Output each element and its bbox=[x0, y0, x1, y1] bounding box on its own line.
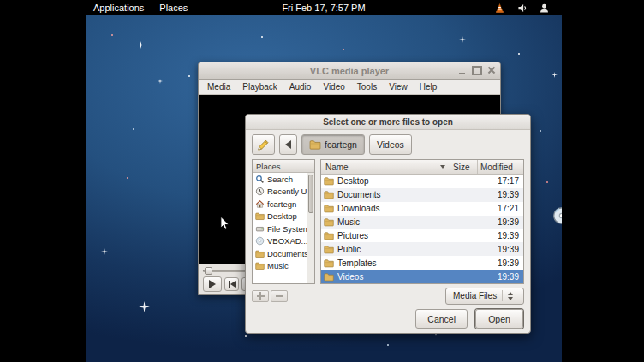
chevron-up-icon bbox=[508, 292, 513, 295]
vlc-menu-tools[interactable]: Tools bbox=[351, 80, 383, 95]
screen: Applications Places Fri Feb 17, 7:57 PM … bbox=[0, 0, 644, 362]
places-item-desktop[interactable]: Desktop bbox=[253, 211, 307, 223]
folder-icon bbox=[324, 217, 334, 227]
path-button-home[interactable]: fcartegn bbox=[301, 134, 365, 155]
disc-icon bbox=[255, 236, 265, 246]
chevron-down-icon bbox=[508, 297, 513, 300]
vlc-menu-audio[interactable]: Audio bbox=[283, 80, 318, 95]
user-icon[interactable] bbox=[539, 3, 550, 14]
file-row-public[interactable]: Public 19:39 bbox=[321, 242, 523, 256]
places-item-music[interactable]: Music bbox=[253, 260, 307, 273]
folder-icon bbox=[255, 249, 265, 258]
type-filename-button[interactable] bbox=[252, 134, 275, 155]
wallpaper-sparkle bbox=[139, 301, 150, 312]
add-bookmark-button[interactable] bbox=[252, 290, 269, 302]
drive-icon bbox=[255, 224, 265, 234]
column-header-modified[interactable]: Modified bbox=[477, 160, 523, 174]
folder-icon bbox=[324, 272, 334, 282]
file-row-templates[interactable]: Templates 19:39 bbox=[321, 256, 523, 270]
column-header-size[interactable]: Size bbox=[450, 160, 477, 174]
vlc-cone-icon[interactable] bbox=[494, 3, 505, 14]
file-row-pictures[interactable]: Pictures 19:39 bbox=[321, 229, 523, 243]
file-name-cell: Documents bbox=[321, 190, 450, 199]
path-button-videos[interactable]: Videos bbox=[369, 134, 412, 155]
file-modified: 19:39 bbox=[477, 245, 523, 254]
file-name: Documents bbox=[337, 190, 381, 199]
wallpaper-sparkle bbox=[137, 41, 145, 49]
places-item-label: File System bbox=[267, 224, 307, 234]
minimize-icon[interactable] bbox=[456, 64, 468, 76]
clock-icon bbox=[255, 187, 265, 196]
places-item-search[interactable]: Search bbox=[253, 173, 307, 186]
open-button[interactable]: Open bbox=[475, 309, 523, 329]
file-list-pane: Name Size Modified Desktop bbox=[320, 159, 524, 284]
remove-bookmark-button[interactable] bbox=[271, 290, 288, 302]
column-header-name[interactable]: Name bbox=[321, 160, 450, 174]
menu-places[interactable]: Places bbox=[152, 0, 195, 15]
file-name: Downloads bbox=[337, 204, 379, 213]
system-tray bbox=[494, 3, 562, 14]
file-row-music[interactable]: Music 19:39 bbox=[321, 216, 523, 229]
file-row-downloads[interactable]: Downloads 17:21 bbox=[321, 202, 523, 216]
vlc-menu-playback[interactable]: Playback bbox=[236, 80, 283, 95]
file-name: Desktop bbox=[337, 176, 369, 186]
cancel-button[interactable]: Cancel bbox=[415, 309, 468, 329]
panel-clock[interactable]: Fri Feb 17, 7:57 PM bbox=[282, 0, 365, 15]
places-item-recent[interactable]: Recently U... bbox=[253, 186, 307, 199]
menu-applications[interactable]: Applications bbox=[86, 0, 152, 15]
window-buttons bbox=[456, 64, 497, 76]
bookmark-actions bbox=[252, 290, 288, 302]
folder-icon bbox=[309, 139, 321, 150]
file-name: Videos bbox=[337, 272, 363, 282]
previous-button[interactable] bbox=[224, 277, 239, 291]
places-item-label: Music bbox=[267, 261, 289, 270]
column-name-label: Name bbox=[325, 163, 349, 172]
places-item-filesystem[interactable]: File System bbox=[253, 223, 307, 235]
places-header[interactable]: Places bbox=[253, 160, 314, 173]
file-name-cell: Downloads bbox=[321, 204, 450, 213]
play-icon bbox=[209, 280, 216, 288]
places-item-label: Documents bbox=[267, 249, 307, 258]
file-modified: 19:39 bbox=[477, 190, 523, 199]
file-row-documents[interactable]: Documents 19:39 bbox=[321, 188, 523, 202]
file-type-filter[interactable]: Media Files bbox=[445, 288, 524, 305]
file-modified: 19:39 bbox=[477, 258, 523, 268]
dialog-title[interactable]: Select one or more files to open bbox=[246, 115, 530, 130]
places-item-label: fcartegn bbox=[267, 199, 296, 209]
vlc-menu-video[interactable]: Video bbox=[317, 80, 350, 95]
vlc-menu-view[interactable]: View bbox=[383, 80, 414, 95]
vlc-titlebar[interactable]: VLC media player bbox=[199, 62, 500, 80]
volume-icon[interactable] bbox=[516, 3, 528, 14]
file-modified: 19:39 bbox=[477, 272, 523, 282]
back-button[interactable] bbox=[279, 134, 297, 155]
places-item-home[interactable]: fcartegn bbox=[253, 198, 307, 211]
search-icon bbox=[255, 175, 265, 184]
seek-handle[interactable] bbox=[205, 267, 212, 275]
places-item-vboxadditions[interactable]: VBOXAD... bbox=[253, 235, 307, 248]
folder-icon bbox=[255, 261, 265, 270]
wallpaper-sparkle bbox=[101, 248, 108, 255]
vlc-menu-help[interactable]: Help bbox=[414, 80, 444, 95]
file-name-cell: Videos bbox=[321, 272, 450, 282]
minus-icon bbox=[276, 292, 283, 300]
vlc-window-title: VLC media player bbox=[310, 66, 389, 76]
places-scrollbar[interactable] bbox=[307, 173, 314, 283]
close-icon[interactable] bbox=[486, 64, 497, 76]
places-item-label: Recently U... bbox=[267, 187, 307, 196]
top-panel: Applications Places Fri Feb 17, 7:57 PM bbox=[86, 0, 562, 15]
dialog-footer-filter-row: Media Files bbox=[246, 284, 530, 305]
play-button[interactable] bbox=[203, 276, 222, 292]
places-item-documents[interactable]: Documents bbox=[253, 247, 307, 260]
folder-icon bbox=[324, 176, 334, 186]
column-modified-label: Modified bbox=[480, 163, 513, 172]
cd-desktop-icon[interactable] bbox=[552, 205, 562, 226]
vlc-menu-media[interactable]: Media bbox=[201, 80, 236, 95]
file-row-desktop[interactable]: Desktop 17:17 bbox=[321, 175, 523, 188]
scrollbar-thumb[interactable] bbox=[308, 175, 313, 213]
file-modified: 17:21 bbox=[477, 204, 523, 213]
maximize-icon[interactable] bbox=[471, 64, 482, 76]
sort-arrow-icon bbox=[440, 165, 445, 169]
combo-divider bbox=[502, 290, 503, 301]
file-row-videos[interactable]: Videos 19:39 bbox=[321, 270, 523, 283]
path-videos-label: Videos bbox=[377, 139, 404, 150]
